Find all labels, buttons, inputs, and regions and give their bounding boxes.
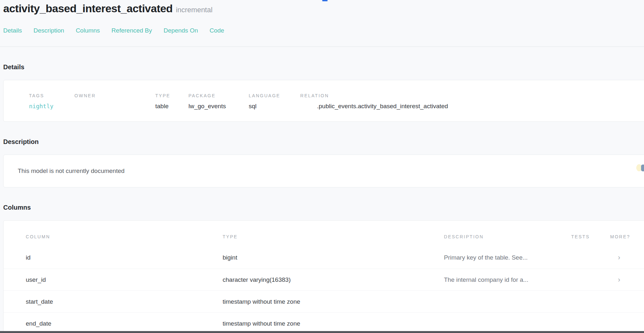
field-relation-value: .public_events.activity_based_interest_a…	[300, 103, 644, 110]
table-row[interactable]: user_id character varying(16383) The int…	[4, 269, 644, 290]
page-title: activity_based_interest_activated	[3, 2, 173, 14]
field-package-label: PACKAGE	[188, 93, 249, 98]
model-header: activity_based_interest_activatedincreme…	[0, 0, 644, 15]
edit-button-knob	[641, 165, 644, 171]
field-package: PACKAGE lw_go_events	[188, 93, 249, 110]
cell-type: timestamp without time zone	[223, 298, 444, 305]
clipped-link-fragment	[322, 0, 328, 1]
header-description: DESCRIPTION	[444, 234, 571, 239]
field-relation-label: RELATION	[300, 93, 644, 98]
table-row[interactable]: id bigint Primary key of the table. See.…	[4, 247, 644, 269]
field-package-value: lw_go_events	[188, 103, 249, 110]
section-nav: Details Description Columns Referenced B…	[0, 27, 644, 34]
description-heading: Description	[3, 138, 644, 146]
clipped-edit-button[interactable]	[636, 164, 644, 172]
details-heading: Details	[3, 63, 644, 71]
tab-referenced-by[interactable]: Referenced By	[111, 27, 152, 34]
tab-code[interactable]: Code	[209, 27, 224, 34]
field-owner-label: OWNER	[74, 93, 155, 98]
columns-card: COLUMN TYPE DESCRIPTION TESTS MORE? id b…	[3, 220, 644, 333]
columns-table-body: id bigint Primary key of the table. See.…	[4, 247, 644, 333]
field-tags: TAGS nightly	[29, 93, 74, 110]
cell-column-name: user_id	[26, 276, 223, 283]
field-owner: OWNER	[74, 93, 155, 110]
field-language-value: sql	[249, 103, 300, 110]
field-type-value: table	[155, 103, 188, 110]
header-column: COLUMN	[26, 234, 223, 239]
cell-description: Primary key of the table. See...	[444, 254, 571, 261]
materialization-badge: incremental	[176, 6, 213, 14]
cell-column-name: start_date	[26, 298, 223, 305]
description-text: This model is not currently documented	[18, 167, 125, 175]
field-tags-label: TAGS	[29, 93, 74, 98]
field-language-label: LANGUAGE	[249, 93, 300, 98]
cell-column-name: id	[26, 254, 223, 261]
chevron-right-icon[interactable]: ›	[610, 253, 644, 262]
details-card: TAGS nightly OWNER TYPE table PACKAGE lw…	[3, 80, 644, 122]
field-relation: RELATION .public_events.activity_based_i…	[300, 93, 644, 110]
table-row[interactable]: start_date timestamp without time zone	[4, 290, 644, 312]
header-divider	[0, 46, 644, 47]
field-type: TYPE table	[155, 93, 188, 110]
details-fields: TAGS nightly OWNER TYPE table PACKAGE lw…	[29, 93, 644, 110]
tab-depends-on[interactable]: Depends On	[164, 27, 198, 34]
columns-heading: Columns	[3, 204, 644, 211]
cell-type: timestamp without time zone	[223, 320, 444, 327]
chevron-right-icon[interactable]: ›	[610, 276, 644, 284]
header-more: MORE?	[610, 234, 644, 239]
columns-table-header: COLUMN TYPE DESCRIPTION TESTS MORE?	[4, 234, 644, 239]
tag-link[interactable]: nightly	[29, 103, 74, 109]
header-type: TYPE	[223, 234, 444, 239]
bottom-window-edge	[0, 331, 644, 333]
tab-details[interactable]: Details	[3, 27, 22, 34]
field-language: LANGUAGE sql	[249, 93, 300, 110]
cell-column-name: end_date	[26, 320, 223, 327]
tab-description[interactable]: Description	[34, 27, 64, 34]
field-type-label: TYPE	[155, 93, 188, 98]
cell-description: The internal company id for a...	[444, 276, 571, 283]
description-card: This model is not currently documented	[3, 155, 644, 187]
header-tests: TESTS	[571, 234, 610, 239]
cell-type: character varying(16383)	[223, 276, 444, 283]
table-row[interactable]: end_date timestamp without time zone	[4, 312, 644, 333]
cell-type: bigint	[223, 254, 444, 261]
tab-columns[interactable]: Columns	[76, 27, 100, 34]
